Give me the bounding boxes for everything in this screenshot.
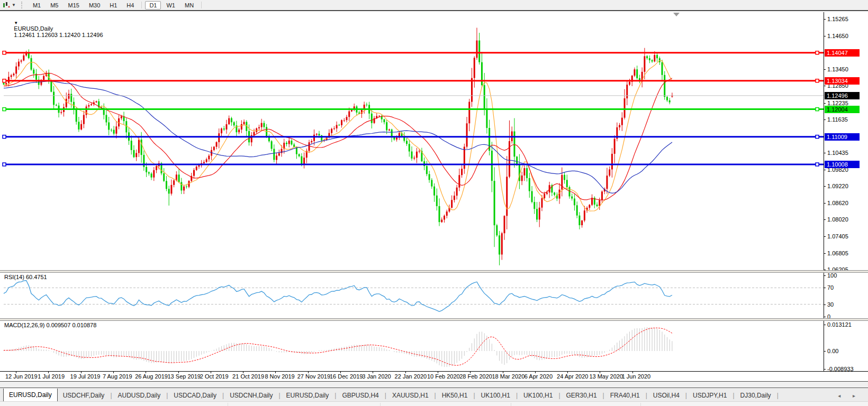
toolbar-grip [21,2,25,8]
axis-tick-mark [824,351,826,352]
timeframe-button-m15[interactable]: M15 [64,1,83,10]
chart-tab-ger30-h1[interactable]: GER30,H1 [561,390,602,402]
axis-tick-mark [824,153,826,153]
price-level-badge[interactable]: 1.10008 [825,161,860,168]
chart-tab-eurusd-daily[interactable]: EURUSD,Daily [281,390,334,402]
tab-scroll-left-icon[interactable]: ◂ [838,393,846,399]
tab-scroll-arrows: ◂ ▸ [838,393,861,402]
date-tick-label: 2 Oct 2019 [200,373,229,380]
timeframe-button-m5[interactable]: M5 [46,1,62,10]
date-tick-label: 7 Aug 2019 [103,373,132,380]
date-tick-label: 27 Nov 2019 [297,373,330,380]
timeframe-button-h1[interactable]: H1 [105,1,121,10]
chart-tab-xauusd-h1[interactable]: XAUUSD,H1 [387,390,434,402]
date-tick-label: 21 Oct 2019 [232,373,264,380]
timeframe-toolbar: ▼ M1M5M15M30H1H4D1W1MN [0,0,868,10]
mt4-window: ▼ M1M5M15M30H1H4D1W1MN ▼ EURUSD,Daily 1.… [0,0,868,406]
strip-mark [640,403,641,406]
axis-tick-mark [824,275,826,276]
macd-tick-label: 0.013121 [827,321,852,328]
price-tick-label: 1.14650 [827,33,848,39]
chart-tab-fra40-h1[interactable]: FRA40,H1 [605,390,645,402]
chart-tab-usoil-h4[interactable]: USOil,H4 [648,390,685,402]
axis-tick-mark [824,325,826,325]
chart-tab-usdcad-daily[interactable]: USDCAD,Daily [168,390,222,402]
timeframe-button-m30[interactable]: M30 [85,1,104,10]
date-tick-label: 6 Apr 2020 [525,373,553,380]
strip-mark [511,403,511,406]
axis-tick-mark [824,317,826,317]
date-tick-label: 13 Sep 2019 [168,373,201,380]
status-strip [0,401,868,406]
shift-marker-icon [673,13,680,16]
date-axis[interactable]: 12 Jun 20191 Jul 201919 Jul 20197 Aug 20… [0,371,868,381]
chart-tab-uk100-h1[interactable]: UK100,H1 [518,390,558,402]
price-tick-label: 1.10435 [827,150,848,156]
date-tick-label: 19 Jul 2019 [70,373,101,380]
chart-tab-dj30-daily[interactable]: DJ30,Daily [735,390,776,402]
toolbar-separator [141,2,142,8]
macd-label: MACD(12,26,9) 0.009507 0.010878 [4,322,96,328]
toolbar-separator [201,2,202,8]
date-tick-label: 13 May 2020 [589,373,623,380]
chart-plot-area[interactable] [0,11,868,381]
timeframe-button-d1[interactable]: D1 [145,1,161,10]
axis-tick-mark [824,69,826,70]
chart-tab-uk100-h1[interactable]: UK100,H1 [476,390,516,402]
price-level-badge[interactable]: 1.13034 [825,77,860,85]
periods-dropdown-icon[interactable]: ▼ [12,3,16,7]
price-tick-label: 1.11635 [827,116,848,123]
axis-tick-mark [824,253,826,254]
chart-periods-icon[interactable] [2,1,11,9]
axis-tick-mark [824,119,826,120]
pane-separator-rsi[interactable] [0,270,868,273]
tab-scroll-right-icon[interactable]: ▸ [853,393,861,399]
chart-window[interactable]: ▼ EURUSD,Daily 1.12461 1.12603 1.12420 1… [0,10,868,382]
date-tick-label: 18 Mar 2020 [492,373,525,380]
axis-tick-mark [824,304,826,305]
axis-tick-mark [824,86,826,86]
date-tick-label: 1 Jun 2020 [622,373,650,380]
price-tick-label: 1.13450 [827,66,848,72]
rsi-pane [4,281,824,312]
chart-tab-bar: EURUSD,DailyUSDCHF,Daily|AUDUSD,Daily|US… [0,387,868,402]
date-tick-label: 28 Feb 2020 [459,373,492,380]
rsi-label: RSI(14) 60.4751 [4,274,47,280]
axis-tick-mark [824,186,826,187]
date-tick-label: 1 Jul 2019 [38,373,65,380]
chart-tab-hk50-h1[interactable]: HK50,H1 [437,390,473,402]
chart-ohlc-values: 1.12461 1.12603 1.12420 1.12496 [14,32,103,38]
date-tick-label: 10 Feb 2020 [427,373,460,380]
date-tick-label: 26 Aug 2019 [135,373,168,380]
price-level-badge[interactable]: 1.12004 [825,106,860,113]
axis-tick-mark [824,103,826,104]
price-level-badge[interactable]: 1.11009 [825,133,860,141]
timeframe-button-m1[interactable]: M1 [29,1,45,10]
axis-tick-mark [824,36,826,36]
chart-tab-usdchf-daily[interactable]: USDCHF,Daily [58,390,110,402]
date-tick-label: 24 Apr 2020 [557,373,588,380]
chart-dropdown-icon[interactable]: ▼ [14,21,18,25]
chart-tab-usdcnh-daily[interactable]: USDCNH,Daily [224,390,278,402]
price-level-badge[interactable]: 1.12496 [825,92,860,99]
chart-tab-usdjpy-h1[interactable]: USDJPY,H1 [688,390,732,402]
timeframe-button-h4[interactable]: H4 [122,1,138,10]
price-level-badge[interactable]: 1.14047 [825,49,860,57]
timeframe-button-mn[interactable]: MN [180,1,198,10]
candles [3,27,673,265]
chart-tab-eurusd-daily[interactable]: EURUSD,Daily [3,389,58,402]
chart-symbol-label: EURUSD,Daily [14,25,53,32]
price-tick-label: 1.07405 [827,233,848,239]
timeframe-button-w1[interactable]: W1 [162,1,179,10]
strip-mark [228,403,228,406]
price-tick-label: 1.08020 [827,216,848,223]
moving-averages [4,60,672,211]
date-tick-label: 16 Dec 2019 [330,373,363,380]
date-tick-label: 8 Nov 2019 [265,373,294,380]
chart-title: ▼ EURUSD,Daily 1.12461 1.12603 1.12420 1… [4,13,103,44]
chart-tab-gbpusd-h4[interactable]: GBPUSD,H4 [337,390,384,402]
price-tick-label: 1.08620 [827,200,848,206]
chart-tab-audusd-daily[interactable]: AUDUSD,Daily [113,390,166,402]
price-tick-label: 1.06805 [827,250,848,256]
pane-separator-macd[interactable] [0,318,868,321]
